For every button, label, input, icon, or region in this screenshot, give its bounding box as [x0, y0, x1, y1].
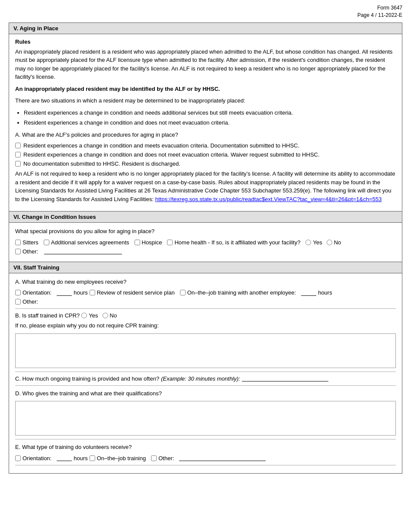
- hours-label-1: hours: [74, 289, 88, 296]
- hours-label-3: hours: [74, 455, 88, 461]
- checkbox-evacuation-no[interactable]: [15, 152, 21, 157]
- vii-other-row-a: Other:: [15, 298, 396, 305]
- volunteer-other-option[interactable]: Other:: [151, 455, 174, 461]
- section-vi-header: VI. Change in Condition Issues: [9, 212, 402, 223]
- orientation-label: Orientation:: [22, 289, 51, 296]
- divider-3: [15, 385, 396, 386]
- vii-other-a-checkbox[interactable]: [15, 299, 21, 304]
- sitters-option[interactable]: Sitters: [15, 239, 39, 246]
- checkbox-row-1: Resident experiences a change in conditi…: [15, 142, 396, 149]
- divider-1: [15, 308, 396, 309]
- hospice-checkbox[interactable]: [135, 240, 140, 245]
- sitters-label: Sitters: [22, 239, 39, 246]
- volunteer-orientation-label: Orientation:: [22, 455, 51, 461]
- form-header: Form 3647 Page 4 / 11-2022-E: [9, 4, 402, 19]
- orientation-hours-input[interactable]: [57, 290, 72, 296]
- on-job-hours-input[interactable]: [301, 290, 316, 296]
- home-health-option[interactable]: Home health - If so, is it affiliated wi…: [167, 239, 300, 246]
- orientation-checkbox[interactable]: [15, 290, 21, 295]
- bullet-2: Resident experiences a change in conditi…: [24, 119, 396, 127]
- home-health-no-radio[interactable]: [327, 240, 332, 245]
- cpr-yes-label: Yes: [89, 312, 98, 319]
- volunteer-hours-input[interactable]: [57, 455, 72, 461]
- bold-statement: An inappropriately placed resident may b…: [15, 85, 396, 93]
- hours-label-2: hours: [318, 289, 332, 296]
- volunteer-on-job-checkbox[interactable]: [90, 455, 95, 461]
- vii-question-c: C. How much ongoing training is provided…: [15, 375, 159, 382]
- volunteer-other-answer[interactable]: [179, 455, 266, 461]
- vi-other-line: [44, 248, 122, 254]
- cpr-yes-radio[interactable]: [81, 313, 87, 318]
- volunteer-other-checkbox[interactable]: [151, 455, 157, 461]
- ongoing-training-answer[interactable]: [242, 375, 328, 381]
- ongoing-training-row: C. How much ongoing training is provided…: [15, 375, 396, 382]
- form-number: Form 3647: [9, 4, 402, 12]
- vi-other-row: Other:: [15, 248, 396, 255]
- vi-question: What special provisions do you allow for…: [15, 227, 396, 236]
- cpr-explain-label: If no, please explain why you do not req…: [15, 321, 396, 330]
- review-label: Review of resident service plan: [97, 289, 175, 296]
- cpr-no-label: No: [110, 312, 117, 319]
- provisions-row: Sitters Additional services agreements H…: [15, 239, 396, 246]
- review-service-plan-option[interactable]: Review of resident service plan: [90, 289, 175, 296]
- section-staff-training: VII. Staff Training A. What training do …: [9, 262, 402, 474]
- volunteer-on-job-option[interactable]: On–the–job training: [90, 455, 146, 461]
- checkbox-row-3: No documentation submitted to HHSC. Resi…: [15, 160, 396, 167]
- qualifications-textarea[interactable]: [15, 401, 396, 436]
- page-info: Page 4 / 11-2022-E: [9, 12, 402, 19]
- new-employee-training-row: Orientation: hours Review of resident se…: [15, 289, 396, 296]
- review-service-plan-checkbox[interactable]: [90, 290, 95, 295]
- vi-other-option[interactable]: Other:: [15, 248, 38, 255]
- aging-para2: An ALF is not required to keep a residen…: [15, 170, 396, 203]
- cpr-no-radio[interactable]: [103, 313, 108, 318]
- additional-services-option[interactable]: Additional services agreements: [44, 239, 129, 246]
- no-label: No: [334, 239, 341, 246]
- volunteer-other-label: Other:: [158, 455, 174, 461]
- home-health-yes-radio[interactable]: [305, 240, 311, 245]
- cpr-row: B. Is staff trained in CPR? Yes No: [15, 312, 396, 319]
- section-vii-body: A. What training do new employees receiv…: [9, 273, 402, 473]
- vii-other-a-label: Other:: [22, 298, 38, 305]
- hospice-label: Hospice: [142, 239, 162, 246]
- volunteer-orientation-checkbox[interactable]: [15, 455, 21, 461]
- additional-services-label: Additional services agreements: [51, 239, 129, 246]
- vii-question-d: D. Who gives the training and what are t…: [15, 389, 396, 398]
- cpr-explain-textarea[interactable]: [15, 333, 396, 368]
- home-health-no[interactable]: No: [327, 239, 341, 246]
- orientation-option[interactable]: Orientation:: [15, 289, 51, 296]
- volunteer-training-row: Orientation: hours On–the–job training O…: [15, 455, 396, 461]
- bullet-1: Resident experiences a change in conditi…: [24, 109, 396, 117]
- checkbox-2-label: Resident experiences a change in conditi…: [23, 151, 320, 158]
- cpr-no[interactable]: No: [103, 312, 117, 319]
- cpr-yes[interactable]: Yes: [81, 312, 98, 319]
- section-v-body: Rules An inappropriately placed resident…: [9, 34, 402, 212]
- home-health-yes[interactable]: Yes: [305, 239, 322, 246]
- checkbox-no-doc[interactable]: [15, 161, 21, 167]
- volunteer-orientation-option[interactable]: Orientation:: [15, 455, 51, 461]
- additional-services-checkbox[interactable]: [44, 240, 49, 245]
- section-vi-body: What special provisions do you allow for…: [9, 223, 402, 262]
- hhsc-link[interactable]: https://texreg.sos.state.tx.us/public/re…: [155, 196, 382, 202]
- on-job-training-checkbox[interactable]: [180, 290, 186, 295]
- volunteer-on-job-label: On–the–job training: [97, 455, 146, 461]
- hospice-option[interactable]: Hospice: [135, 239, 162, 246]
- vi-other-checkbox[interactable]: [15, 249, 21, 254]
- vii-question-b: B. Is staff trained in CPR?: [15, 312, 80, 319]
- section-change-condition: VI. Change in Condition Issues What spec…: [9, 212, 402, 262]
- vii-other-a-option[interactable]: Other:: [15, 298, 38, 305]
- vii-question-e: E. What type of training do volunteers r…: [15, 443, 396, 452]
- sitters-checkbox[interactable]: [15, 240, 21, 245]
- checkbox-1-label: Resident experiences a change in conditi…: [23, 142, 299, 149]
- aging-para1: An inappropriately placed resident is a …: [15, 48, 396, 81]
- checkbox-evacuation-yes[interactable]: [15, 143, 21, 148]
- home-health-label: Home health - If so, is it affiliated wi…: [174, 239, 300, 246]
- vii-question-c-example: (Example: 30 minutes monthly):: [161, 375, 240, 382]
- checkbox-row-2: Resident experiences a change in conditi…: [15, 151, 396, 158]
- home-health-checkbox[interactable]: [167, 240, 173, 245]
- on-job-label: On–the–job training with another employe…: [187, 289, 296, 296]
- section-vii-header: VII. Staff Training: [9, 262, 402, 273]
- vi-other-label: Other:: [22, 248, 38, 255]
- vii-question-a: A. What training do new employees receiv…: [15, 278, 396, 286]
- on-job-training-option[interactable]: On–the–job training with another employe…: [180, 289, 296, 296]
- yes-label: Yes: [313, 239, 322, 246]
